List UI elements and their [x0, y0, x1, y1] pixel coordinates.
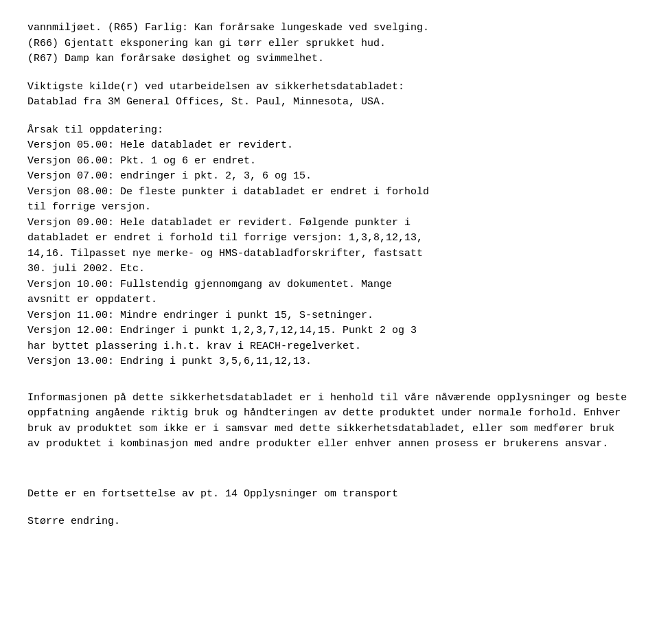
version-item-11: Versjon 11.00: Mindre endringer i punkt …	[27, 308, 632, 324]
version-item-12: Versjon 12.00: Endringer i punkt 1,2,3,7…	[27, 323, 632, 339]
version-item-13: har byttet plassering i.h.t. krav i REAC…	[27, 339, 632, 355]
risk-line-1: vannmiljøet. (R65) Farlig: Kan forårsake…	[27, 21, 632, 36]
risk-phrases-block: vannmiljøet. (R65) Farlig: Kan forårsake…	[27, 21, 632, 67]
version-item-3: Versjon 08.00: De fleste punkter i datab…	[27, 185, 632, 200]
version-item-2: Versjon 07.00: endringer i pkt. 2, 3, 6 …	[27, 169, 632, 185]
version-item-9: Versjon 10.00: Fullstendig gjennomgang a…	[27, 277, 632, 293]
risk-line-3: (R67) Damp kan forårsake døsighet og svi…	[27, 51, 632, 67]
footer-label: Større endring.	[27, 514, 632, 530]
version-item-0: Versjon 05.00: Hele databladet er revide…	[27, 138, 632, 154]
main-content: vannmiljøet. (R65) Farlig: Kan forårsake…	[27, 21, 632, 530]
risk-line-2: (R66) Gjentatt eksponering kan gi tørr e…	[27, 36, 632, 52]
source-label: Viktigste kilde(r) ved utarbeidelsen av …	[27, 80, 632, 95]
source-detail: Datablad fra 3M General Offices, St. Pau…	[27, 95, 632, 111]
source-section: Viktigste kilde(r) ved utarbeidelsen av …	[27, 80, 632, 111]
version-item-8: 30. juli 2002. Etc.	[27, 262, 632, 277]
update-header: Årsak til oppdatering:	[27, 123, 632, 139]
update-section: Årsak til oppdatering: Versjon 05.00: He…	[27, 123, 632, 370]
version-item-7: 14,16. Tilpasset nye merke- og HMS-datab…	[27, 246, 632, 262]
version-item-6: databladet er endret i forhold til forri…	[27, 231, 632, 246]
info-paragraph: Informasjonen på dette sikkerhetsdatabla…	[27, 391, 632, 452]
version-item-14: Versjon 13.00: Endring i punkt 3,5,6,11,…	[27, 354, 632, 370]
continuation-label: Dette er en fortsettelse av pt. 14 Opply…	[27, 487, 632, 503]
version-item-5: Versjon 09.00: Hele databladet er revide…	[27, 216, 632, 231]
version-list: Versjon 05.00: Hele databladet er revide…	[27, 138, 632, 370]
version-item-4: til forrige versjon.	[27, 200, 632, 216]
version-item-1: Versjon 06.00: Pkt. 1 og 6 er endret.	[27, 154, 632, 170]
version-item-10: avsnitt er oppdatert.	[27, 292, 632, 308]
